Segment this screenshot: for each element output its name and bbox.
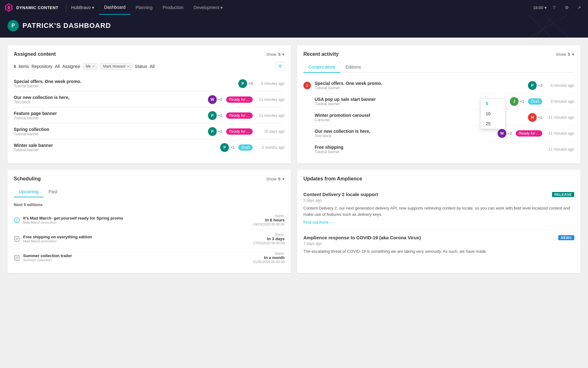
item-time: 9 minutes ago xyxy=(546,99,574,104)
dev-dropdown-icon: ▾ xyxy=(220,5,223,10)
hub-name: HubBravo xyxy=(71,5,91,10)
status-badge: Draft xyxy=(528,98,542,105)
item-time: 11 minutes ago xyxy=(256,97,285,102)
filter-all1: All xyxy=(55,64,60,69)
assigned-content-card: Assigned content Show 5 ▾ 5 items Reposi… xyxy=(8,45,291,163)
tab-past[interactable]: Past xyxy=(43,187,62,197)
hub-dropdown-icon: ▾ xyxy=(92,5,94,10)
recent-show-chevron: ▾ xyxy=(572,52,574,57)
activity-item[interactable]: USA pop up sale start banner Tutorial ba… xyxy=(303,94,574,110)
activity-item[interactable]: Free shipping Tutorial banner 11 minutes… xyxy=(303,142,574,157)
item-time: 11 minutes ago xyxy=(256,113,285,118)
filter-status-label: Status xyxy=(135,64,147,69)
item-time: 8 minutes ago xyxy=(256,81,285,86)
dropdown-option-10[interactable]: 10 xyxy=(481,109,505,119)
avatar: W xyxy=(208,95,217,104)
avatar-count: +1 xyxy=(218,129,222,134)
activity-item[interactable]: Winter promotion carousel Carousel H +1 … xyxy=(303,110,574,126)
filter-me-remove[interactable]: ✕ xyxy=(92,65,95,69)
content-item[interactable]: Winter sale banner Tutorial banner P +1 … xyxy=(14,140,285,155)
schedule-item[interactable]: It's Mad March- get yourself ready for S… xyxy=(14,211,285,230)
document-icon xyxy=(14,255,20,261)
scheduling-show-control[interactable]: Show 5 ▾ xyxy=(266,177,285,181)
recent-show-value: 5 xyxy=(568,52,570,57)
content-item[interactable]: Feature page banner Tutorial banner P +1… xyxy=(14,108,285,124)
user-avatar: P xyxy=(8,20,19,31)
avatar: P xyxy=(238,79,247,88)
nav-divider xyxy=(66,3,66,12)
document-icon xyxy=(14,236,20,242)
svg-line-12 xyxy=(17,220,18,221)
update-body: Content Delivery 2, our next generation … xyxy=(303,205,574,217)
recent-show-control[interactable]: Show 5 ▾ xyxy=(556,52,574,57)
schedule-item[interactable]: Summer collection trailer Summer collect… xyxy=(14,248,285,267)
activity-item[interactable]: Our new collection is here, Text block W… xyxy=(303,126,574,142)
activity-item[interactable]: 1 Special offers. One week promo. Tutori… xyxy=(303,78,574,94)
updates-header: Updates from Amplience xyxy=(303,176,574,182)
avatar: J xyxy=(510,97,519,106)
nav-item-planning[interactable]: Planning xyxy=(130,1,158,14)
filter-mark-remove[interactable]: ✕ xyxy=(127,65,129,69)
avatar-count: +1 xyxy=(538,115,542,120)
assigned-show-chevron: ▾ xyxy=(282,52,285,57)
schedule-tabs: Upcoming Past xyxy=(14,187,285,197)
avatar-count: +1 xyxy=(230,145,235,150)
nav-item-production[interactable]: Production xyxy=(158,1,189,14)
help-button[interactable]: ? xyxy=(549,3,559,13)
time-display[interactable]: 18:00 ▾ xyxy=(533,5,547,10)
filter-chip-mark[interactable]: Mark Howard ✕ xyxy=(100,63,132,70)
release-badge: RELEASE xyxy=(552,192,574,197)
schedule-list: It's Mad March- get yourself ready for S… xyxy=(14,211,285,267)
item-time: 2 months ago xyxy=(256,145,285,150)
item-time: 11 minutes ago xyxy=(546,147,574,152)
item-time: 11 minutes ago xyxy=(546,131,574,136)
nav-item-development[interactable]: Development ▾ xyxy=(189,1,228,14)
tab-upcoming[interactable]: Upcoming xyxy=(14,187,43,197)
activity-tabs: Content items Editions xyxy=(303,62,574,73)
tab-editions[interactable]: Editions xyxy=(340,62,366,73)
scheduling-show-value: 5 xyxy=(278,177,281,181)
assigned-content-title: Assigned content xyxy=(14,51,56,57)
nav-item-dashboard[interactable]: Dashboard xyxy=(99,0,131,15)
arrow-right-icon: → xyxy=(330,220,334,225)
update-item: Content Delivery 2 locale support RELEAS… xyxy=(303,187,574,230)
item-time: 11 minutes ago xyxy=(546,115,574,120)
clock-icon xyxy=(14,217,20,223)
avatar-count: +1 xyxy=(218,113,222,118)
status-badge: Ready for ... xyxy=(226,96,253,103)
item-time: 20 days ago xyxy=(256,129,285,134)
settings-button[interactable]: ⚙ xyxy=(562,3,572,13)
logout-button[interactable]: ↗ xyxy=(574,3,584,13)
tab-content-items[interactable]: Content items xyxy=(303,62,340,73)
schedule-item[interactable]: Free shipping on everything edition Mad … xyxy=(14,230,285,248)
news-badge: NEWS xyxy=(558,235,574,240)
status-badge: Ready for ... xyxy=(516,130,542,137)
assigned-content-list: Special offers. One week promo. Tutorial… xyxy=(14,76,285,155)
avatar: P xyxy=(528,81,537,90)
update-date: 7 days ago xyxy=(303,241,574,246)
scheduling-show-chevron: ▾ xyxy=(282,177,285,181)
hub-selector[interactable]: HubBravo ▾ xyxy=(69,4,97,11)
app-name: DYNAMIC CONTENT xyxy=(16,5,58,10)
avatar: H xyxy=(528,113,537,122)
content-item[interactable]: Special offers. One week promo. Tutorial… xyxy=(14,76,285,92)
dropdown-option-25[interactable]: 25 xyxy=(481,119,505,129)
filter-chip-me[interactable]: Me ✕ xyxy=(83,63,98,70)
filter-items-label: items xyxy=(18,64,29,69)
filter-repository-label: Repository xyxy=(32,64,53,69)
filter-toggle-button[interactable] xyxy=(276,62,285,71)
filter-all2: All xyxy=(150,64,155,69)
content-item[interactable]: Spring collection Tutorial banner P +1 R… xyxy=(14,124,285,140)
app-logo[interactable]: DYNAMIC CONTENT xyxy=(4,3,58,13)
filter-count: 5 xyxy=(14,64,16,69)
recent-show-label: Show xyxy=(556,52,566,57)
scheduling-card: Scheduling Show 5 ▾ Upcoming Past Next 5… xyxy=(8,170,291,273)
content-item[interactable]: Our new collection is here, Text block W… xyxy=(14,92,285,108)
find-out-more-link[interactable]: Find out more → xyxy=(303,220,574,225)
main-navigation: Dashboard Planning Production Developmen… xyxy=(99,0,533,15)
main-content: Assigned content Show 5 ▾ 5 items Reposi… xyxy=(0,38,588,281)
filter-bar: 5 items Repository All Assignee Me ✕ Mar… xyxy=(14,62,285,71)
dropdown-option-5[interactable]: 5 xyxy=(481,99,505,109)
assigned-show-control[interactable]: Show 5 ▾ xyxy=(266,52,285,57)
show-dropdown: 5 10 25 xyxy=(480,98,505,129)
